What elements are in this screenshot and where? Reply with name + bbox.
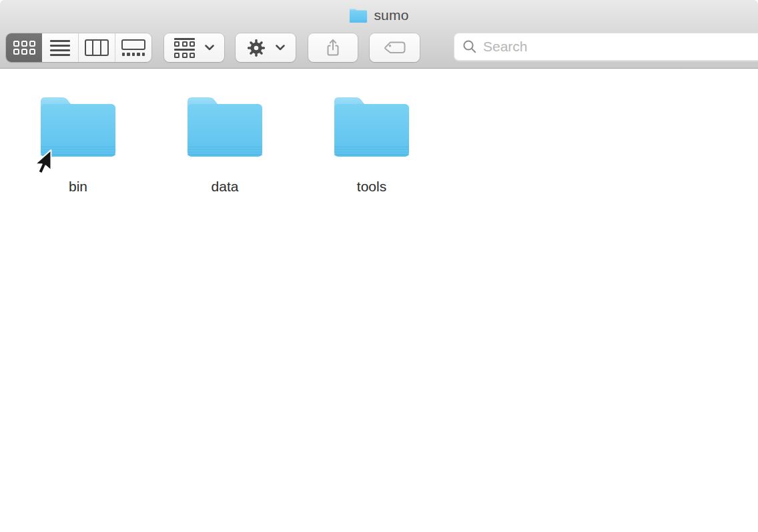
action-button[interactable]: [236, 33, 296, 62]
folder-item-tools[interactable]: tools: [318, 95, 425, 195]
icon-view-icon: [13, 41, 35, 55]
finder-window: sumo: [0, 0, 758, 532]
mouse-cursor-icon: [34, 149, 52, 175]
folder-label: tools: [357, 179, 386, 195]
folder-item-data[interactable]: data: [171, 95, 278, 195]
arrange-button[interactable]: [164, 33, 224, 62]
content-area[interactable]: bin data tools: [0, 69, 758, 532]
folder-label: bin: [69, 179, 87, 195]
group-by-icon: [174, 38, 195, 58]
list-view-icon: [50, 40, 70, 56]
tag-icon: [382, 39, 407, 56]
folder-icon: [185, 95, 265, 159]
icon-view-button[interactable]: [6, 33, 42, 62]
folder-icon: [332, 95, 412, 159]
chevron-down-icon: [276, 45, 285, 51]
view-mode-control: [6, 33, 151, 62]
tag-button[interactable]: [370, 33, 420, 62]
cover-flow-view-button[interactable]: [115, 33, 151, 62]
folder-label: data: [212, 179, 239, 195]
share-icon: [325, 39, 341, 57]
window-header: sumo: [0, 0, 758, 69]
search-icon: [462, 39, 477, 54]
column-view-button[interactable]: [78, 33, 115, 62]
folder-icon: [349, 8, 368, 23]
share-button[interactable]: [308, 33, 358, 62]
search-input[interactable]: [483, 39, 758, 55]
window-title: sumo: [374, 7, 408, 23]
titlebar[interactable]: sumo: [0, 0, 758, 31]
chevron-down-icon: [205, 45, 214, 51]
column-view-icon: [85, 39, 109, 56]
gear-icon: [247, 39, 266, 57]
list-view-button[interactable]: [42, 33, 78, 62]
search-field[interactable]: [454, 33, 758, 61]
folder-item-bin[interactable]: bin: [25, 95, 131, 195]
cover-flow-icon: [121, 39, 145, 56]
